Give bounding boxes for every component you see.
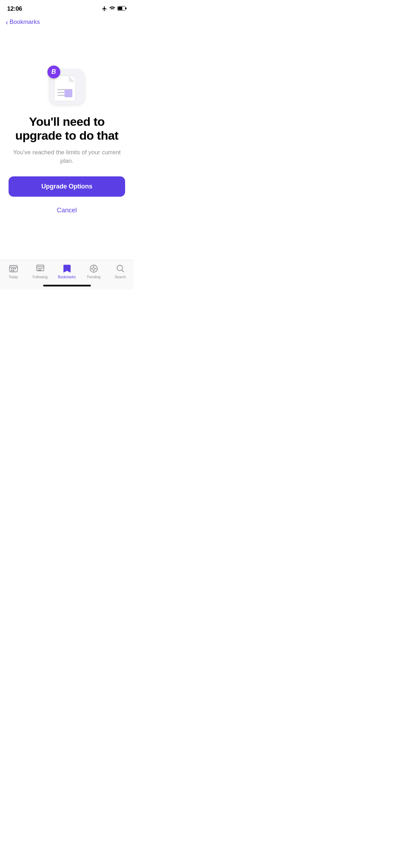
svg-point-20 <box>93 270 94 272</box>
nav-bar: ‹ Bookmarks <box>0 16 134 30</box>
home-indicator <box>43 285 91 286</box>
tab-following[interactable]: Following <box>30 264 51 279</box>
tab-today[interactable]: Today <box>3 264 24 279</box>
svg-point-18 <box>91 268 92 269</box>
trending-icon <box>89 264 99 274</box>
svg-point-17 <box>93 266 94 267</box>
tab-search-label: Search <box>115 275 126 279</box>
svg-rect-15 <box>38 270 41 270</box>
tab-today-label: Today <box>9 275 18 279</box>
status-time: 12:06 <box>7 5 22 12</box>
svg-rect-1 <box>125 7 127 9</box>
following-icon <box>35 264 45 274</box>
svg-rect-5 <box>11 268 12 269</box>
svg-rect-14 <box>38 268 43 269</box>
battery-icon <box>117 6 127 12</box>
upgrade-subtext: You've reached the limits of your curren… <box>9 148 125 165</box>
svg-rect-6 <box>13 268 14 269</box>
svg-line-22 <box>122 270 124 272</box>
svg-rect-4 <box>10 267 17 268</box>
tab-trending[interactable]: Trending <box>83 264 104 279</box>
app-icon: B <box>47 66 87 105</box>
svg-point-19 <box>95 268 96 269</box>
back-label: Bookmarks <box>10 19 40 26</box>
bookmarks-icon <box>62 264 72 274</box>
svg-rect-7 <box>15 268 16 269</box>
main-content: B You'll need to upgrade to do that You'… <box>0 30 134 260</box>
b-badge-icon: B <box>47 66 60 78</box>
svg-rect-8 <box>11 270 12 271</box>
tab-trending-label: Trending <box>87 275 101 279</box>
back-button[interactable]: ‹ Bookmarks <box>6 19 40 26</box>
status-icons <box>102 6 127 12</box>
upgrade-options-button[interactable]: Upgrade Options <box>9 176 125 197</box>
airplane-icon <box>102 6 107 12</box>
search-icon <box>115 264 125 274</box>
tab-bookmarks[interactable]: Bookmarks <box>56 264 78 279</box>
upgrade-headline: You'll need to upgrade to do that <box>9 115 125 143</box>
tab-following-label: Following <box>32 275 47 279</box>
svg-rect-2 <box>118 7 122 10</box>
tab-bookmarks-label: Bookmarks <box>58 275 76 279</box>
cancel-button[interactable]: Cancel <box>48 204 85 217</box>
svg-rect-9 <box>13 270 14 271</box>
today-icon <box>9 264 19 274</box>
back-chevron-icon: ‹ <box>6 19 8 26</box>
status-bar: 12:06 <box>0 0 134 16</box>
wifi-icon <box>109 6 115 12</box>
tab-search[interactable]: Search <box>110 264 131 279</box>
